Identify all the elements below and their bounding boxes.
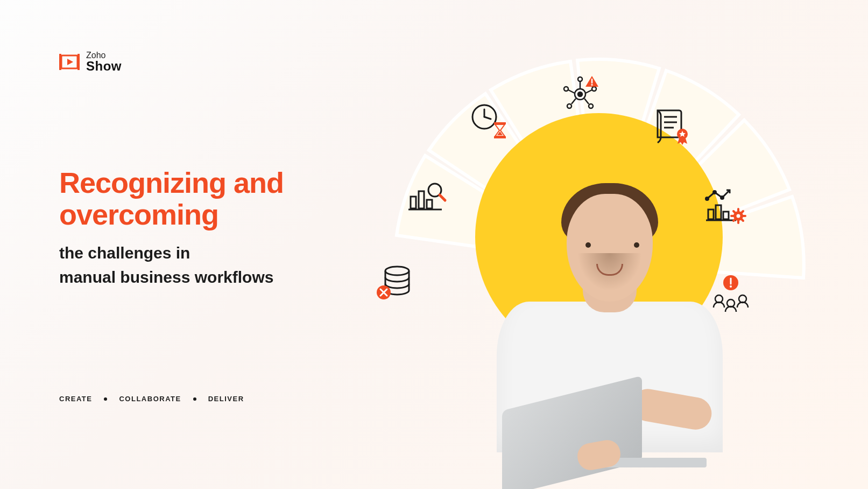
svg-point-5 [385, 267, 409, 275]
svg-point-21 [592, 87, 596, 91]
slide: Zoho Show Recognizing and overcoming the… [0, 0, 868, 489]
dot-separator-icon [104, 397, 107, 401]
svg-point-19 [578, 92, 582, 96]
headline-emphasis: Recognizing and overcoming [59, 167, 350, 231]
brand-line2: Show [86, 60, 122, 73]
network-alert-icon [551, 65, 610, 124]
person-illustration [481, 162, 739, 452]
brand-text: Zoho Show [86, 51, 122, 73]
clock-hourglass-icon [459, 92, 518, 151]
brand-logo: Zoho Show [59, 51, 122, 73]
svg-marker-3 [67, 59, 73, 65]
svg-line-28 [571, 99, 576, 104]
certificate-badge-icon [642, 97, 701, 156]
svg-line-15 [484, 117, 491, 119]
play-frame-icon [59, 54, 80, 70]
svg-line-27 [584, 99, 589, 104]
svg-point-23 [567, 104, 571, 108]
svg-point-31 [591, 84, 592, 86]
svg-line-29 [568, 90, 575, 93]
svg-rect-7 [411, 197, 416, 208]
chart-search-icon [397, 167, 456, 226]
svg-line-51 [742, 219, 743, 221]
svg-point-22 [589, 104, 593, 108]
dot-separator-icon [193, 397, 196, 401]
svg-rect-8 [419, 191, 424, 208]
hero-visual [368, 32, 830, 452]
database-error-icon [365, 253, 424, 312]
footer-item: COLLABORATE [119, 395, 181, 403]
footer-item: CREATE [59, 395, 92, 403]
headline-sub1: the challenges in [59, 241, 350, 265]
footer-item: DELIVER [208, 395, 244, 403]
svg-point-20 [578, 77, 582, 81]
svg-point-24 [564, 87, 568, 91]
headline-sub2: manual business workflows [59, 265, 350, 289]
svg-rect-9 [427, 200, 432, 208]
svg-line-26 [585, 90, 592, 93]
footer-tags: CREATE COLLABORATE DELIVER [59, 395, 244, 403]
svg-rect-2 [77, 54, 80, 70]
headline: Recognizing and overcoming the challenge… [59, 167, 350, 289]
svg-line-52 [742, 211, 743, 213]
svg-line-12 [440, 195, 445, 200]
svg-rect-1 [59, 54, 61, 70]
